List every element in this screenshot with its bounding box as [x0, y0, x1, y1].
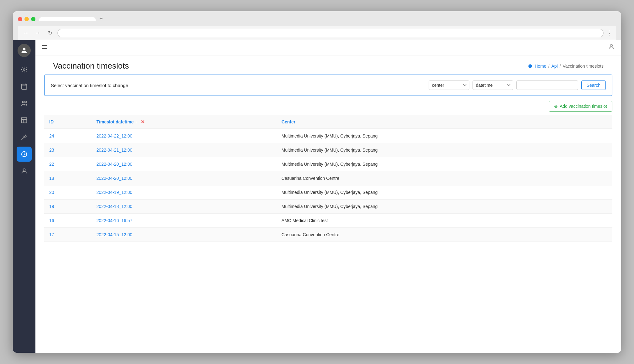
svg-point-7 — [25, 101, 27, 103]
forward-button[interactable]: → — [34, 29, 42, 37]
breadcrumb-sep-1: / — [548, 64, 550, 69]
hamburger-menu-button[interactable] — [42, 44, 48, 52]
filter-panel: Select vaccination timeslot to change ce… — [44, 75, 612, 96]
datetime-link[interactable]: 2022-04-21_12:00 — [97, 148, 132, 153]
datetime-link[interactable]: 2022-04-19_12:00 — [97, 190, 132, 195]
datetime-link[interactable]: 2022-04-15_12:00 — [97, 232, 132, 237]
svg-point-6 — [23, 101, 24, 103]
table-row: 172022-04-15_12:00Casuarina Convention C… — [44, 228, 612, 242]
sort-icon: ↕ — [136, 121, 138, 124]
table-row: 202022-04-19_12:00Multimedia University … — [44, 185, 612, 200]
content-area: Vaccination timeslots Home / Api / Vacci… — [35, 55, 621, 353]
id-link[interactable]: 17 — [49, 232, 54, 237]
id-link[interactable]: 20 — [49, 190, 54, 195]
cell-id: 23 — [44, 143, 92, 157]
sidebar-item-calendar[interactable] — [17, 79, 32, 94]
id-link[interactable]: 18 — [49, 176, 54, 181]
cell-center: Multimedia University (MMU), Cyberjaya, … — [277, 129, 612, 143]
svg-rect-2 — [22, 84, 27, 90]
cell-center: AMC Medical Clinic test — [277, 214, 612, 228]
close-window-button[interactable] — [18, 17, 22, 21]
svg-point-11 — [23, 169, 25, 171]
cell-datetime: 2022-04-15_12:00 — [92, 228, 277, 242]
breadcrumb-current: Vaccination timeslots — [563, 64, 604, 69]
cell-center: Multimedia University (MMU), Cyberjaya, … — [277, 157, 612, 171]
cell-datetime: 2022-04-16_16:57 — [92, 214, 277, 228]
sidebar-item-building[interactable] — [17, 113, 32, 128]
add-vaccination-timeslot-button[interactable]: ⊕ Add vaccination timeslot — [549, 101, 612, 112]
browser-tabs: + — [39, 14, 105, 23]
filter-controls: center datetime Search — [429, 81, 606, 90]
sidebar-item-syringe[interactable] — [17, 130, 32, 145]
breadcrumb: Home / Api / Vaccination timeslots — [528, 64, 604, 69]
back-button[interactable]: ← — [22, 29, 30, 37]
center-filter-select[interactable]: center — [429, 81, 469, 90]
table-row: 192022-04-18_12:00Multimedia University … — [44, 200, 612, 214]
table-row: 162022-04-16_16:57AMC Medical Clinic tes… — [44, 214, 612, 228]
browser-tab-active[interactable] — [39, 17, 96, 21]
datetime-link[interactable]: 2022-04-16_16:57 — [97, 218, 132, 223]
data-table: ID Timeslot datetime ↕ ✕ Center — [44, 115, 612, 242]
traffic-lights — [18, 17, 35, 21]
main-topbar — [35, 40, 621, 55]
id-link[interactable]: 22 — [49, 162, 54, 167]
sidebar-item-users-group[interactable] — [17, 96, 32, 111]
svg-rect-8 — [22, 118, 27, 123]
svg-point-0 — [23, 48, 26, 50]
cell-id: 24 — [44, 129, 92, 143]
id-link[interactable]: 16 — [49, 218, 54, 223]
sidebar-item-timeslots[interactable] — [17, 147, 32, 162]
table-row: 232022-04-21_12:00Multimedia University … — [44, 143, 612, 157]
browser-window: + ← → ↻ ⋮ — [13, 11, 621, 353]
cell-id: 22 — [44, 157, 92, 171]
new-tab-button[interactable]: + — [97, 14, 105, 23]
id-link[interactable]: 24 — [49, 133, 54, 138]
id-link[interactable]: 23 — [49, 148, 54, 153]
cell-datetime: 2022-04-20_12:00 — [92, 171, 277, 185]
datetime-link[interactable]: 2022-04-18_12:00 — [97, 204, 132, 209]
browser-menu-button[interactable]: ⋮ — [607, 29, 612, 36]
cell-id: 19 — [44, 200, 92, 214]
sidebar-item-people[interactable] — [17, 164, 32, 179]
datetime-link[interactable]: 2022-04-20_12:00 — [97, 176, 132, 181]
datetime-link[interactable]: 2022-04-22_12:00 — [97, 133, 132, 138]
cell-center: Casuarina Convention Centre — [277, 171, 612, 185]
address-bar[interactable] — [57, 29, 604, 37]
cell-datetime: 2022-04-22_12:00 — [92, 129, 277, 143]
cell-datetime: 2022-04-19_12:00 — [92, 185, 277, 200]
cell-datetime: 2022-04-18_12:00 — [92, 200, 277, 214]
maximize-window-button[interactable] — [31, 17, 35, 21]
svg-point-16 — [528, 64, 532, 68]
table-header: ID Timeslot datetime ↕ ✕ Center — [44, 115, 612, 129]
browser-chrome: + ← → ↻ ⋮ — [13, 11, 621, 40]
column-datetime[interactable]: Timeslot datetime ↕ ✕ — [92, 115, 277, 129]
id-link[interactable]: 19 — [49, 204, 54, 209]
clear-sort-button[interactable]: ✕ — [141, 119, 145, 124]
main-content: Vaccination timeslots Home / Api / Vacci… — [35, 40, 621, 353]
filter-row: Select vaccination timeslot to change ce… — [51, 81, 606, 90]
breadcrumb-api-link[interactable]: Api — [551, 64, 557, 69]
cell-id: 18 — [44, 171, 92, 185]
browser-titlebar: + — [18, 14, 616, 23]
page-header: Vaccination timeslots Home / Api / Vacci… — [44, 55, 612, 75]
svg-point-15 — [610, 44, 612, 47]
search-button[interactable]: Search — [581, 81, 606, 90]
cell-center: Multimedia University (MMU), Cyberjaya, … — [277, 200, 612, 214]
search-input[interactable] — [516, 81, 578, 90]
add-icon: ⊕ — [554, 104, 558, 109]
table-row: 182022-04-20_12:00Casuarina Convention C… — [44, 171, 612, 185]
breadcrumb-home-link[interactable]: Home — [528, 64, 546, 69]
reload-button[interactable]: ↻ — [45, 29, 54, 37]
column-center: Center — [277, 115, 612, 129]
datetime-link[interactable]: 2022-04-20_12:00 — [97, 162, 132, 167]
avatar — [18, 44, 31, 57]
minimize-window-button[interactable] — [24, 17, 29, 21]
table-row: 242022-04-22_12:00Multimedia University … — [44, 129, 612, 143]
add-btn-label: Add vaccination timeslot — [560, 104, 607, 109]
column-id[interactable]: ID — [44, 115, 92, 129]
svg-point-1 — [23, 69, 25, 70]
sidebar-item-dashboard[interactable] — [17, 62, 32, 77]
cell-datetime: 2022-04-21_12:00 — [92, 143, 277, 157]
datetime-filter-select[interactable]: datetime — [473, 81, 513, 90]
app-container: Vaccination timeslots Home / Api / Vacci… — [13, 40, 621, 353]
